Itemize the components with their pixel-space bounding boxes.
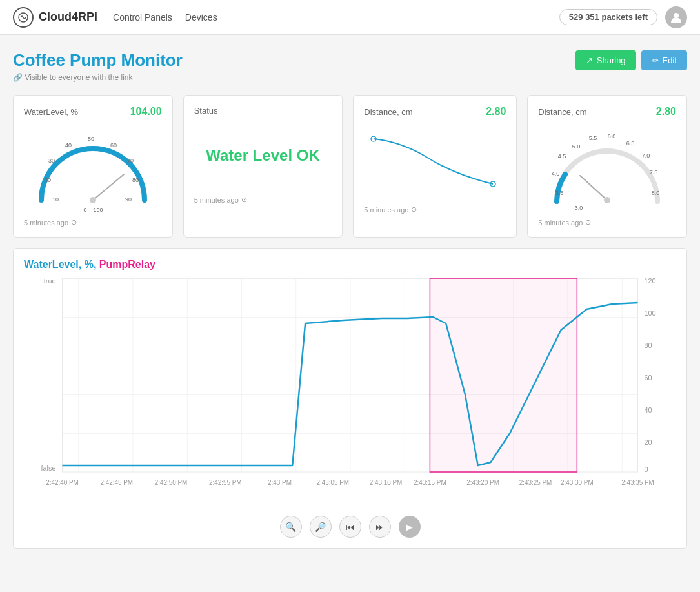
svg-line-13 — [93, 174, 124, 200]
svg-text:6.5: 6.5 — [626, 140, 635, 147]
card-distance-1-header: Distance, cm 2.80 — [364, 106, 506, 117]
chart-title: WaterLevel, %, PumpRelay — [24, 259, 676, 270]
link-icon: 🔗 — [13, 73, 23, 82]
card-distance-1: Distance, cm 2.80 5 minutes ago ⊙ — [353, 95, 517, 238]
svg-point-14 — [90, 197, 96, 203]
zoom-out-button[interactable]: 🔎 — [310, 516, 332, 538]
svg-text:7.5: 7.5 — [650, 169, 658, 176]
svg-text:5.5: 5.5 — [589, 135, 597, 141]
svg-text:false: false — [41, 464, 56, 472]
svg-line-28 — [580, 176, 607, 200]
card-status-header: Status — [194, 106, 332, 116]
logo: Cloud4RPi — [13, 7, 97, 28]
card-distance-2-header: Distance, cm 2.80 — [538, 106, 676, 117]
card-waterlevel-label: WaterLevel, % — [24, 107, 78, 117]
mini-line-chart — [364, 126, 506, 197]
gauge-svg-1: 0 10 20 30 40 50 60 70 80 — [28, 123, 157, 213]
svg-text:100: 100 — [93, 207, 103, 213]
svg-text:4.0: 4.0 — [552, 170, 560, 177]
svg-text:4.5: 4.5 — [558, 153, 566, 159]
skip-back-button[interactable]: ⏮ — [339, 516, 361, 538]
card-waterlevel-value: 104.00 — [130, 106, 162, 117]
svg-text:60: 60 — [110, 142, 117, 148]
zoom-out-icon: 🔎 — [315, 522, 326, 532]
chart-title-pink: PumpRelay — [99, 259, 155, 270]
svg-text:0: 0 — [644, 465, 648, 473]
card-distance-2: Distance, cm 2.80 5.0 5.5 6.0 6.5 7.0 7.… — [527, 95, 687, 238]
nav-devices[interactable]: Devices — [185, 12, 217, 23]
svg-text:30: 30 — [48, 158, 55, 164]
svg-text:3.0: 3.0 — [575, 205, 583, 211]
clock-icon-3: ⊙ — [411, 205, 417, 214]
status-text: Water Level OK — [194, 121, 332, 190]
svg-text:2:43:30 PM: 2:43:30 PM — [561, 479, 594, 486]
packets-badge: 529 351 packets left — [559, 9, 657, 25]
svg-text:2:43:35 PM: 2:43:35 PM — [621, 479, 654, 486]
skip-forward-button[interactable]: ⏭ — [369, 516, 391, 538]
svg-text:2:43 PM: 2:43 PM — [268, 479, 292, 486]
gauge-container-2: 5.0 5.5 6.0 6.5 7.0 7.5 8.0 4.5 4.0 3.5 … — [538, 123, 676, 213]
gauge-container-1: 0 10 20 30 40 50 60 70 80 — [24, 123, 162, 213]
svg-text:6.0: 6.0 — [608, 133, 616, 139]
logo-text: Cloud4RPi — [39, 10, 97, 24]
svg-text:20: 20 — [644, 438, 652, 446]
edit-icon: ✏ — [652, 56, 659, 65]
card-distance-1-value: 2.80 — [486, 106, 506, 117]
svg-text:3.5: 3.5 — [555, 190, 564, 196]
nav-control-panels[interactable]: Control Panels — [113, 12, 172, 23]
play-icon: ▶ — [406, 522, 413, 532]
svg-text:80: 80 — [644, 342, 652, 349]
page-title-area: Coffee Pump Monitor 🔗 Visible to everyon… — [13, 50, 183, 82]
chart-title-blue: WaterLevel, %, — [24, 259, 96, 270]
page-subtitle: 🔗 Visible to everyone with the link — [13, 73, 183, 82]
card-status-footer: 5 minutes ago ⊙ — [194, 196, 332, 204]
packets-count: 529 351 — [569, 12, 599, 22]
skip-forward-icon: ⏭ — [375, 522, 385, 532]
svg-text:2:42:40 PM: 2:42:40 PM — [46, 479, 79, 486]
zoom-in-icon: 🔍 — [285, 522, 296, 532]
page-content: Coffee Pump Monitor 🔗 Visible to everyon… — [0, 35, 700, 564]
cards-row: WaterLevel, % 104.00 0 10 20 3 — [13, 95, 687, 238]
svg-text:10: 10 — [52, 196, 59, 203]
card-status: Status Water Level OK 5 minutes ago ⊙ — [183, 95, 343, 238]
mini-chart-container — [364, 123, 506, 200]
card-distance-1-footer: 5 minutes ago ⊙ — [364, 205, 506, 214]
clock-icon-4: ⊙ — [585, 218, 591, 227]
svg-text:2:42:45 PM: 2:42:45 PM — [100, 479, 133, 486]
edit-button[interactable]: ✏ Edit — [641, 50, 687, 70]
svg-text:90: 90 — [125, 196, 132, 203]
chart-panel: WaterLevel, %, PumpRelay true false 120 … — [13, 248, 687, 549]
svg-point-29 — [604, 197, 610, 203]
sharing-icon: ↗ — [586, 56, 593, 65]
page-header: Coffee Pump Monitor 🔗 Visible to everyon… — [13, 50, 687, 82]
svg-text:80: 80 — [132, 177, 139, 183]
logo-icon — [13, 7, 34, 28]
clock-icon-1: ⊙ — [71, 218, 77, 227]
svg-text:40: 40 — [644, 406, 652, 414]
svg-text:2:42:55 PM: 2:42:55 PM — [209, 479, 242, 486]
sharing-button[interactable]: ↗ Sharing — [575, 50, 636, 70]
svg-text:2:43:25 PM: 2:43:25 PM — [519, 479, 552, 486]
play-button[interactable]: ▶ — [399, 516, 421, 538]
zoom-in-button[interactable]: 🔍 — [280, 516, 302, 538]
clock-icon-2: ⊙ — [241, 196, 247, 204]
header-buttons: ↗ Sharing ✏ Edit — [575, 50, 687, 70]
svg-text:100: 100 — [644, 309, 655, 317]
topnav: Cloud4RPi Control Panels Devices 529 351… — [0, 0, 700, 35]
svg-text:2:43:15 PM: 2:43:15 PM — [414, 479, 446, 486]
card-waterlevel-header: WaterLevel, % 104.00 — [24, 106, 162, 117]
svg-text:0: 0 — [83, 207, 86, 213]
packets-label: packets left — [601, 12, 648, 22]
svg-text:2:43:05 PM: 2:43:05 PM — [316, 479, 349, 486]
svg-text:120: 120 — [644, 278, 655, 285]
card-waterlevel-footer: 5 minutes ago ⊙ — [24, 218, 162, 227]
svg-text:60: 60 — [644, 374, 652, 382]
svg-text:2:43:10 PM: 2:43:10 PM — [370, 479, 403, 486]
svg-text:20: 20 — [45, 177, 51, 183]
svg-text:8.0: 8.0 — [652, 190, 660, 196]
skip-back-icon: ⏮ — [346, 522, 355, 532]
svg-text:2:42:50 PM: 2:42:50 PM — [155, 479, 188, 486]
svg-text:2:43:20 PM: 2:43:20 PM — [466, 479, 499, 486]
user-avatar[interactable] — [665, 6, 687, 28]
svg-text:5.0: 5.0 — [572, 143, 581, 150]
